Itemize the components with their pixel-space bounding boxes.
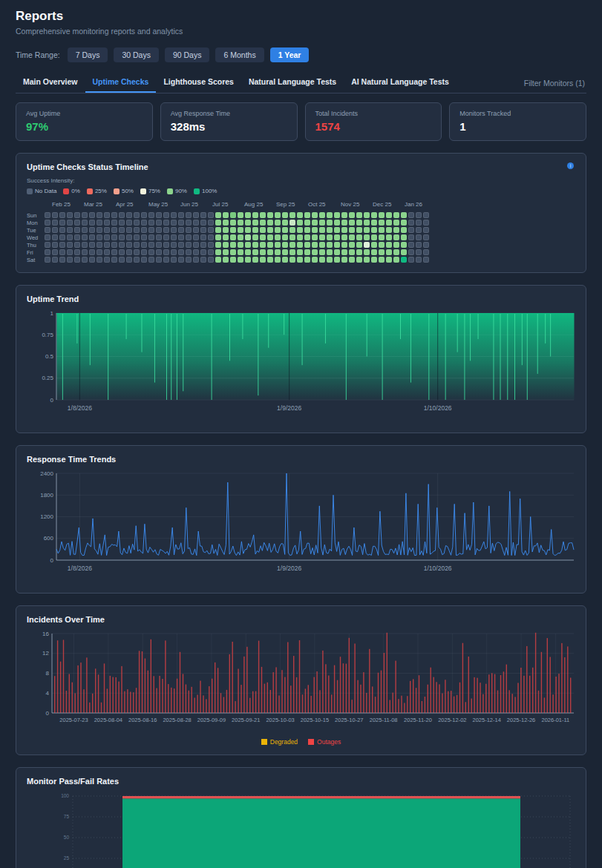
heatmap-cell bbox=[289, 234, 295, 240]
heatmap-cell bbox=[215, 242, 221, 248]
incidents-title: Incidents Over Time bbox=[27, 615, 575, 624]
heatmap-cell bbox=[379, 257, 385, 263]
legend-swatch bbox=[308, 739, 314, 745]
heatmap-cell bbox=[208, 257, 214, 263]
legend-item-outages[interactable]: Outages bbox=[308, 738, 341, 746]
heatmap-cell bbox=[393, 220, 399, 226]
svg-text:100: 100 bbox=[61, 793, 69, 798]
heatmap-cell bbox=[134, 234, 140, 240]
heatmap-cell bbox=[312, 212, 318, 218]
svg-text:2025-12-26: 2025-12-26 bbox=[507, 717, 535, 723]
heatmap-cell bbox=[163, 212, 169, 218]
heatmap-cell bbox=[275, 257, 281, 263]
svg-text:2025-12-14: 2025-12-14 bbox=[473, 717, 501, 723]
heatmap-cell bbox=[215, 220, 221, 226]
time-range-button-30-days[interactable]: 30 Days bbox=[114, 47, 159, 62]
response-time-title: Response Time Trends bbox=[27, 455, 575, 464]
svg-text:2025-08-04: 2025-08-04 bbox=[94, 717, 122, 723]
heatmap-cell bbox=[341, 249, 347, 255]
svg-text:16: 16 bbox=[42, 631, 49, 637]
heatmap-cell bbox=[371, 257, 377, 263]
heatmap-cell bbox=[393, 242, 399, 248]
heatmap-cell bbox=[163, 234, 169, 240]
heatmap-cell bbox=[126, 257, 132, 263]
heatmap-cell bbox=[297, 212, 303, 218]
tab-natural-language-tests[interactable]: Natural Language Tests bbox=[241, 73, 344, 93]
stat-label: Avg Response Time bbox=[171, 110, 287, 117]
heatmap-cell bbox=[341, 227, 347, 233]
heatmap-legend-item-no-data: No Data bbox=[27, 188, 56, 194]
filter-monitors-link[interactable]: Filter Monitors (1) bbox=[523, 74, 586, 93]
heatmap-cell bbox=[193, 212, 199, 218]
time-range-button-6-months[interactable]: 6 Months bbox=[215, 47, 264, 62]
heatmap-cell bbox=[171, 234, 177, 240]
heatmap-cell bbox=[178, 249, 184, 255]
heatmap-row-mon: Mon bbox=[27, 219, 575, 226]
heatmap-cell bbox=[74, 257, 80, 263]
heatmap-cell bbox=[304, 220, 310, 226]
heatmap-cell bbox=[275, 220, 281, 226]
heatmap-section: Uptime Checks Status Timeline i Success … bbox=[16, 153, 586, 273]
time-range-button-90-days[interactable]: 90 Days bbox=[165, 47, 210, 62]
heatmap-cell bbox=[163, 227, 169, 233]
tab-main-overview[interactable]: Main Overview bbox=[16, 73, 85, 93]
heatmap-cell bbox=[208, 227, 214, 233]
stat-label: Avg Uptime bbox=[26, 110, 143, 117]
heatmap-cell bbox=[171, 212, 177, 218]
legend-swatch bbox=[194, 188, 200, 194]
heatmap-cell bbox=[238, 212, 243, 218]
page-title: Reports bbox=[16, 9, 586, 24]
stat-card-monitors-tracked: Monitors Tracked1 bbox=[449, 102, 586, 141]
heatmap-cell bbox=[319, 212, 325, 218]
svg-text:0: 0 bbox=[46, 710, 50, 717]
heatmap-cell bbox=[200, 242, 206, 248]
month-label-dec-25: Dec 25 bbox=[373, 201, 391, 208]
day-label: Mon bbox=[27, 220, 45, 226]
heatmap-legend-label: Success Intensity: bbox=[27, 177, 575, 184]
heatmap-cell bbox=[297, 234, 303, 240]
svg-text:0: 0 bbox=[50, 397, 54, 404]
heatmap-cell bbox=[141, 242, 147, 248]
heatmap-cell bbox=[245, 257, 251, 263]
heatmap-cell bbox=[52, 220, 58, 226]
legend-swatch bbox=[87, 188, 93, 194]
heatmap-cell bbox=[223, 220, 229, 226]
heatmap-cell bbox=[59, 220, 65, 226]
info-icon[interactable]: i bbox=[567, 162, 574, 169]
time-range-button-1-year[interactable]: 1 Year bbox=[270, 47, 310, 62]
heatmap-cell bbox=[141, 212, 147, 218]
heatmap-cell bbox=[141, 257, 147, 263]
heatmap-cell bbox=[356, 234, 362, 240]
heatmap-cell bbox=[104, 242, 110, 248]
tab-lighthouse-scores[interactable]: Lighthouse Scores bbox=[156, 73, 241, 93]
heatmap-cell bbox=[334, 227, 340, 233]
heatmap-cell bbox=[141, 249, 147, 255]
heatmap-cell bbox=[126, 249, 132, 255]
heatmap-cell bbox=[45, 242, 50, 248]
heatmap-cell bbox=[386, 234, 392, 240]
heatmap-cell bbox=[341, 220, 347, 226]
heatmap-cell bbox=[364, 242, 370, 248]
heatmap-cell bbox=[371, 220, 377, 226]
legend-item-degraded[interactable]: Degraded bbox=[261, 738, 298, 746]
heatmap-cell bbox=[379, 212, 385, 218]
stat-value: 328ms bbox=[171, 120, 287, 133]
legend-swatch bbox=[63, 188, 69, 194]
svg-text:2025-10-15: 2025-10-15 bbox=[301, 717, 329, 723]
heatmap-cell bbox=[96, 242, 102, 248]
heatmap-cell bbox=[289, 242, 295, 248]
heatmap-cell bbox=[141, 234, 147, 240]
time-range-button-7-days[interactable]: 7 Days bbox=[68, 47, 108, 62]
tab-ai-natural-language-tests[interactable]: AI Natural Language Tests bbox=[344, 73, 457, 93]
heatmap-cell bbox=[171, 220, 177, 226]
month-label-aug-25: Aug 25 bbox=[244, 201, 263, 208]
heatmap-cell bbox=[82, 249, 88, 255]
heatmap-cell bbox=[59, 227, 65, 233]
heatmap-row-sun: Sun bbox=[27, 211, 575, 219]
heatmap-cell bbox=[304, 257, 310, 263]
heatmap-cell bbox=[67, 234, 73, 240]
heatmap-cell bbox=[408, 257, 414, 263]
heatmap-cell bbox=[59, 257, 65, 263]
tab-uptime-checks[interactable]: Uptime Checks bbox=[85, 73, 157, 93]
heatmap-cell bbox=[223, 234, 229, 240]
